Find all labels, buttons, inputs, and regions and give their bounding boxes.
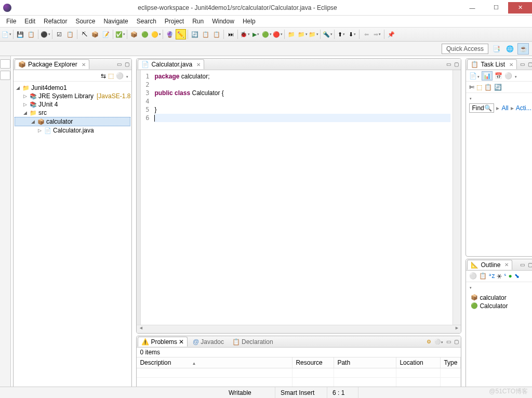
forward-button[interactable]: ➡ [372, 29, 382, 39]
col-description[interactable]: Description▲ [137, 357, 292, 368]
chevron-down-icon[interactable] [469, 283, 472, 290]
hide-static-icon[interactable]: ˢ [504, 272, 506, 280]
tree-junit[interactable]: JUnit 4 [38, 101, 58, 108]
menu-navigate[interactable]: Navigate [99, 17, 132, 26]
min-icon[interactable]: ▭ [519, 61, 526, 67]
sync-button[interactable]: 🔄 [190, 29, 200, 39]
menu-window[interactable]: Window [208, 17, 238, 26]
close-icon[interactable]: ✕ [82, 62, 86, 68]
search-button[interactable]: 🔦 [322, 29, 332, 39]
collapse-all-icon[interactable]: ⇆ [101, 72, 106, 79]
quick-access-input[interactable]: Quick Access [442, 44, 488, 54]
editor-hscrollbar[interactable]: ◄► [137, 325, 461, 333]
col-type[interactable]: Type [441, 357, 461, 368]
hierarchy-icon[interactable]: ⬚ [476, 84, 482, 91]
tree-project[interactable]: Junit4demo1 [31, 84, 67, 91]
javadoc-tab[interactable]: @ Javadoc [190, 337, 227, 347]
java-ee-perspective-button[interactable]: 🌐 [504, 43, 515, 55]
outline-tab[interactable]: 📐 Outline ✕ [467, 260, 512, 270]
run-last-button[interactable]: 🔴 [272, 29, 283, 39]
close-icon[interactable]: ✕ [509, 62, 513, 68]
clip1-button[interactable]: 📋 [201, 29, 211, 39]
check-button[interactable]: ✅ [115, 29, 125, 39]
problems-tab[interactable]: ⚠️ Problems ✕ [138, 337, 188, 347]
folder3-button[interactable]: 📁 [308, 29, 318, 39]
view-menu-icon[interactable] [126, 72, 128, 79]
coverage-button[interactable]: 🟢 [261, 29, 272, 39]
editor-vscrollbar[interactable] [453, 70, 461, 325]
open-perspective-button[interactable]: 📑 [490, 43, 502, 55]
toggle-button[interactable]: ☑ [54, 29, 64, 39]
back-button[interactable]: ⬅ [361, 29, 371, 39]
hide-nonpublic-icon[interactable]: ● [508, 272, 512, 280]
new-interface-button[interactable]: 🟡 [151, 29, 161, 39]
all-link[interactable]: All [501, 104, 508, 112]
editor-tab[interactable]: 📄 Calculator.java ✕ [138, 59, 204, 69]
sync-task-icon[interactable]: 🔄 [494, 84, 502, 91]
chevron-down-icon[interactable] [469, 94, 472, 101]
prev-ann-button[interactable]: ⬆ [336, 29, 347, 39]
new-class-button[interactable]: 🟢 [140, 29, 150, 39]
min-icon[interactable]: ▭ [519, 262, 526, 268]
debug-button[interactable]: 🐞 [240, 29, 250, 39]
menu-help[interactable]: Help [238, 17, 260, 26]
nav-icon[interactable]: 📋 [484, 84, 492, 91]
save-button[interactable]: 💾 [15, 29, 25, 39]
maximize-button[interactable] [484, 2, 508, 14]
new-pkg-button[interactable]: 📦 [129, 29, 139, 39]
task-menu-icon[interactable] [514, 72, 517, 79]
package-explorer-tab[interactable]: 📦 Package Explorer ✕ [15, 59, 89, 69]
focus-icon[interactable]: ⚪ [504, 72, 512, 79]
debug-skip-button[interactable]: ⏭ [225, 29, 236, 39]
code-editor[interactable]: 123456 package calculator; public class … [137, 70, 461, 325]
new-java-button[interactable]: 📦 [90, 29, 100, 39]
tree-src[interactable]: src [38, 109, 47, 116]
menu-search[interactable]: Search [132, 17, 161, 26]
editor-max-icon[interactable]: ▢ [453, 61, 460, 67]
max-icon[interactable]: ▢ [527, 262, 532, 268]
filter-icon[interactable]: ⚙ [425, 339, 432, 344]
col-resource[interactable]: Resource [292, 357, 334, 368]
schedule-icon[interactable]: 📅 [495, 72, 502, 79]
folder2-button[interactable]: 📁 [297, 29, 308, 39]
highlight-button[interactable]: ✏️ [176, 29, 186, 39]
restore-button-2[interactable] [0, 71, 10, 80]
task-list-tab[interactable]: 📋 Task List ✕ [467, 59, 517, 69]
max-icon[interactable]: ▢ [453, 339, 460, 344]
minimize-button[interactable] [460, 2, 484, 14]
link-editor-icon[interactable]: ⬚ [108, 72, 114, 79]
package-explorer-tree[interactable]: ◢📁 Junit4demo1 ▷📚 JRE System Library [Ja… [14, 82, 131, 398]
close-icon[interactable]: ✕ [179, 338, 184, 346]
outline-class[interactable]: Calculator [480, 302, 508, 310]
menu-file[interactable]: File [2, 17, 20, 26]
max-icon[interactable]: ▢ [527, 61, 532, 67]
hide-local-icon[interactable]: ⬊ [514, 272, 520, 280]
az-icon[interactable]: ᵃz [489, 272, 495, 280]
next-ann-button[interactable]: ⬇ [347, 29, 357, 39]
folder1-button[interactable]: 📁 [286, 29, 297, 39]
restore-button-1[interactable] [0, 59, 10, 69]
maximize-icon[interactable]: ▢ [124, 61, 130, 67]
col-path[interactable]: Path [334, 357, 396, 368]
new-task-icon[interactable]: 📄 [469, 72, 480, 79]
run-button[interactable]: ▶ [250, 29, 261, 39]
focus-icon[interactable]: ⚪ [116, 72, 124, 79]
tree-package[interactable]: calculator [46, 118, 73, 125]
menu-project[interactable]: Project [161, 17, 188, 26]
view-menu-icon[interactable]: ⚪ [433, 339, 444, 344]
build-button[interactable]: ⚫ [40, 29, 50, 39]
scissors-icon[interactable]: ✄ [469, 84, 474, 91]
save-all-button[interactable]: 📋 [26, 29, 36, 39]
menu-edit[interactable]: Edit [20, 17, 39, 26]
menu-refactor[interactable]: Refactor [39, 17, 71, 26]
hide-fields-icon[interactable]: ⚹ [497, 272, 502, 280]
tree-jre[interactable]: JRE System Library [38, 92, 94, 100]
wand-button[interactable]: 🔮 [165, 29, 175, 39]
focus-icon[interactable]: ⚪ [469, 272, 477, 280]
outline-package[interactable]: calculator [480, 294, 506, 301]
sort-icon[interactable]: 📋 [479, 272, 487, 280]
close-icon[interactable]: ✕ [504, 262, 509, 268]
edit-button[interactable]: 📝 [101, 29, 111, 39]
java-perspective-button[interactable]: ☕ [517, 43, 529, 55]
categorize-icon[interactable]: 📊 [482, 71, 493, 81]
